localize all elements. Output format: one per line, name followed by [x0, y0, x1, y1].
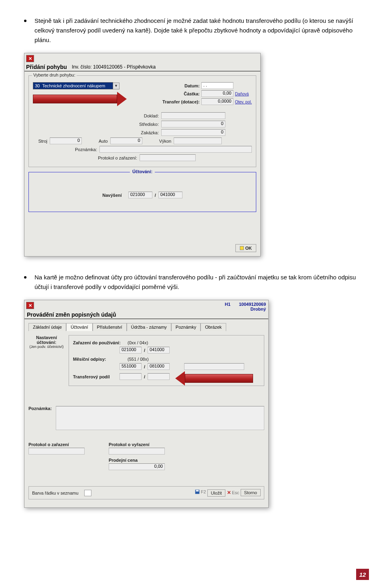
input-castka[interactable]: 0,00: [201, 90, 233, 97]
input-stredisko[interactable]: 0: [161, 121, 225, 127]
select-label: Vyberte druh pohybu:: [32, 73, 77, 77]
label-protokol-v: Protokol o vyřazení: [109, 442, 165, 447]
key-f2: F2: [201, 489, 206, 494]
ok-label: OK: [245, 246, 252, 251]
label-poznamka: Poznámka:: [33, 147, 97, 152]
ok-icon: [240, 246, 244, 250]
slash: /: [144, 374, 145, 379]
annotation-arrow-1: [33, 92, 127, 106]
paragraph-1-text: Stejně tak i při zadávání technického zh…: [34, 16, 361, 45]
input-protokol[interactable]: [140, 154, 196, 161]
cancel-button[interactable]: Storno: [241, 489, 261, 496]
slash: /: [144, 348, 145, 353]
select-code: 30: [35, 83, 40, 88]
input-prodejni[interactable]: 0,00: [109, 463, 165, 470]
cancel-label: Storno: [244, 490, 257, 495]
tab-prislusenstvi[interactable]: Příslušenství: [93, 323, 127, 331]
input-protokol-z[interactable]: [28, 448, 85, 455]
input-transfer-a[interactable]: [120, 373, 142, 380]
input-auto[interactable]: 0: [110, 137, 142, 144]
input-vykon[interactable]: [174, 137, 222, 144]
link-danova[interactable]: Daňová: [235, 92, 249, 96]
accounting-legend: Účtování:: [130, 169, 155, 174]
input-zakazka[interactable]: 0: [161, 129, 225, 136]
label-vykon: Výkon: [159, 139, 172, 143]
hint-odpisy: (551 / 08x): [128, 357, 149, 362]
label-protokol: Protokol o zařazení:: [33, 156, 137, 160]
label-stroj: Stroj: [33, 139, 47, 143]
side-label-2: (Jen podv. účetnictví): [28, 345, 65, 349]
save-icon: [195, 489, 200, 495]
close-icon[interactable]: ✕: [26, 302, 34, 309]
input-zarazeni-b[interactable]: 041000: [148, 347, 170, 354]
color-swatch[interactable]: [84, 490, 91, 496]
dialog-title-2: Provádění změn popisných údajů: [27, 311, 116, 318]
label-datum: Datum:: [162, 83, 200, 88]
textarea-poznamka[interactable]: [56, 406, 264, 430]
accounting-box: Účtování: Navýšení 021000 / 041000: [28, 172, 256, 212]
label-castka: Částka:: [162, 91, 200, 96]
slash: /: [144, 364, 145, 369]
paragraph-2: Na kartě je možno definovat účty pro účt…: [24, 273, 361, 292]
save-label: Uložit: [211, 491, 222, 495]
paragraph-1: Stejně tak i při zadávání technického zh…: [24, 16, 361, 45]
tab-zakladni[interactable]: Základní údaje: [28, 323, 66, 331]
key-esc: Esc: [232, 490, 239, 495]
input-poznamka[interactable]: [99, 146, 252, 153]
ok-button[interactable]: OK: [235, 244, 257, 252]
annotation-arrow-2: [175, 371, 253, 386]
input-protokol-v[interactable]: [109, 448, 165, 455]
input-transfer-b[interactable]: [148, 373, 170, 380]
label-barva: Barva řádku v seznamu: [32, 491, 79, 495]
label-transfer: Transfer (dotace):: [162, 99, 200, 104]
tab-poznamky[interactable]: Poznámky: [171, 323, 201, 331]
tabs: Základní údaje Účtování Příslušenství Úd…: [28, 323, 264, 331]
label-doklad: Doklad:: [139, 113, 159, 118]
label-auto: Auto: [99, 139, 108, 143]
input-datum[interactable]: . .: [201, 82, 233, 89]
label-poznamka2: Poznámka:: [28, 406, 52, 411]
header-h1: H1: [225, 302, 231, 307]
tab-uctovani[interactable]: Účtování: [66, 323, 92, 331]
input-acc-md[interactable]: 021000: [128, 192, 152, 198]
label-zakazka: Zakázka:: [139, 130, 159, 135]
label-prodejni: Prodejní cena: [109, 458, 165, 463]
movement-type-select[interactable]: 30 Technické zhodnocení nákupem ▼: [33, 82, 120, 89]
paragraph-2-text: Na kartě je možno definovat účty pro účt…: [34, 273, 361, 292]
label-transfer-podil: Transferový podíl: [73, 374, 117, 379]
label-zarazeni: Zařazení do používání:: [73, 340, 125, 345]
header-type: Drobný: [225, 307, 266, 311]
cancel-icon: ✕: [227, 490, 231, 495]
chevron-down-icon[interactable]: ▼: [113, 83, 120, 89]
save-button[interactable]: Uložit: [207, 489, 226, 497]
input-transfer[interactable]: 0,0000: [201, 98, 233, 105]
screenshot-pridani-pohybu: ✕ Přidání pohybu Inv. číslo: 10049120065…: [24, 53, 361, 257]
dialog-title: Přidání pohybu: [26, 64, 67, 70]
tab-obrazek[interactable]: Obrázek: [201, 323, 226, 331]
input-odpisy-extra[interactable]: [184, 363, 244, 370]
hint-zarazeni: (0xx / 04x): [128, 340, 148, 345]
input-zarazeni-a[interactable]: 021000: [120, 347, 142, 354]
label-protokol-z: Protokol o zařazení: [28, 442, 85, 447]
side-label-1: Nastavení účtování:: [28, 335, 65, 345]
link-otev-pol[interactable]: Otev. pol.: [235, 100, 252, 104]
input-doklad[interactable]: [161, 112, 225, 119]
select-value: Technické zhodnocení nákupem: [42, 83, 105, 88]
bullet-dot: [24, 276, 26, 279]
inv-number-label: Inv. číslo: 10049120065 - Příspěvkovka: [72, 64, 156, 70]
input-odpisy-b[interactable]: 081000: [148, 363, 170, 370]
label-navyseni: Navýšení: [102, 193, 122, 198]
svg-rect-1: [196, 490, 199, 492]
input-acc-d[interactable]: 041000: [158, 192, 182, 198]
input-odpisy-a[interactable]: 551000: [120, 363, 142, 370]
label-stredisko: Středisko:: [139, 122, 159, 127]
tab-udrzba[interactable]: Údržba - záznamy: [127, 323, 171, 331]
input-stroj[interactable]: 0: [50, 137, 82, 144]
label-odpisy: Měsíční odpisy:: [73, 357, 125, 362]
close-icon[interactable]: ✕: [26, 55, 34, 62]
slash: /: [155, 193, 156, 198]
header-code: 10049120069: [239, 302, 266, 307]
screenshot-provadeni-zmen: ✕ H1 10049120069 Drobný Provádění změn p…: [24, 300, 361, 508]
bullet-dot: [24, 20, 26, 22]
